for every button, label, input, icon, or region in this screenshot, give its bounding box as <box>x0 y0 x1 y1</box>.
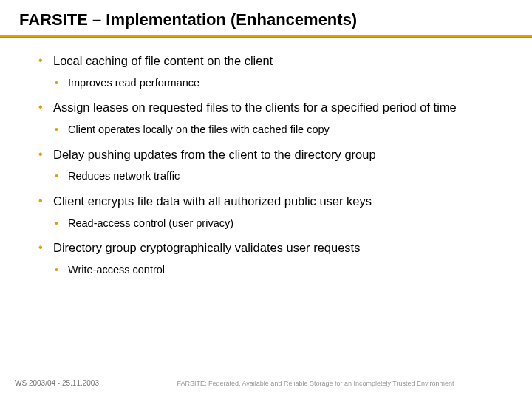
title-rule <box>0 35 532 37</box>
bullet-level2: Read-access control (user privacy) <box>55 216 510 232</box>
bullet-level1: Directory group cryptographically valida… <box>38 239 510 258</box>
footer: WS 2003/04 - 25.11.2003 FARSITE: Federat… <box>15 379 517 387</box>
bullet-level2: Write-access control <box>55 262 510 279</box>
bullet-level2: Client operates locally on the files wit… <box>55 122 510 138</box>
bullet-level2: Improves read performance <box>55 75 510 92</box>
bullet-level2: Reduces network traffic <box>55 168 510 185</box>
bullet-level1: Client encrypts file data with all autho… <box>38 192 510 211</box>
slide: FARSITE – Implementation (Enhancements) … <box>0 0 532 399</box>
footer-date: WS 2003/04 - 25.11.2003 <box>15 379 99 387</box>
footer-subtitle: FARSITE: Federated, Available and Reliab… <box>99 380 517 387</box>
bullet-level1: Delay pushing updates from the client to… <box>38 146 510 165</box>
bullet-level1: Assign leases on requested files to the … <box>38 98 510 117</box>
bullet-level1: Local caching of file content on the cli… <box>38 52 510 71</box>
slide-body: Local caching of file content on the cli… <box>15 52 517 279</box>
slide-title: FARSITE – Implementation (Enhancements) <box>15 10 517 35</box>
